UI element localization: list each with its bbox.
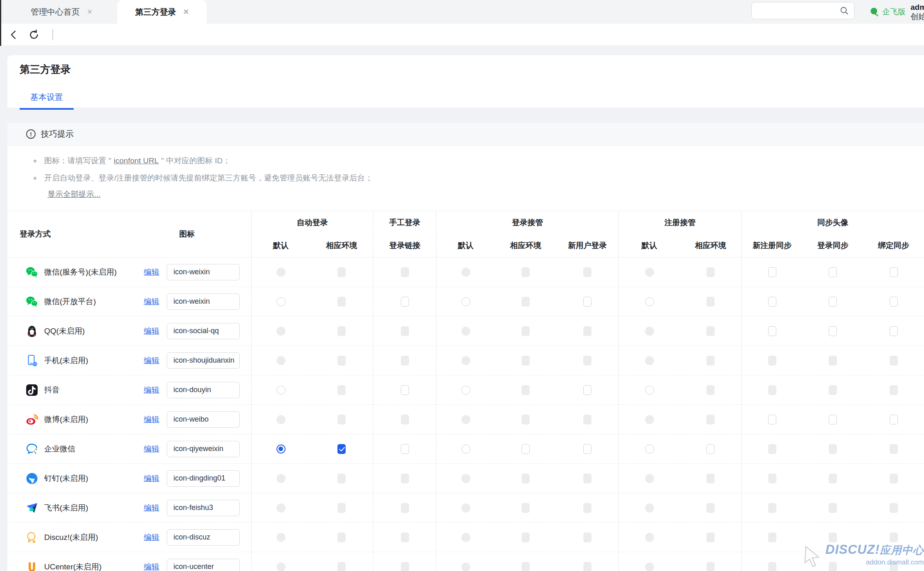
icon-id-input[interactable] xyxy=(167,411,240,428)
icon-id-input[interactable] xyxy=(167,293,240,310)
edit-link[interactable]: 编辑 xyxy=(144,532,160,543)
icon-id-input[interactable] xyxy=(167,470,240,487)
tab-admin-home[interactable]: 管理中心首页 × xyxy=(22,0,101,24)
login-takeover-newuser-checkbox[interactable] xyxy=(583,297,591,307)
sync-avatar-newreg-checkbox[interactable] xyxy=(768,267,776,277)
sync-avatar-bind-checkbox[interactable] xyxy=(890,297,898,307)
edit-link[interactable]: 编辑 xyxy=(144,473,160,484)
control-cell xyxy=(618,346,680,375)
auto-login-default-radio[interactable] xyxy=(277,386,286,395)
register-takeover-env-checkbox[interactable] xyxy=(706,444,715,454)
edit-link[interactable]: 编辑 xyxy=(144,385,160,395)
sync-avatar-login-checkbox[interactable] xyxy=(829,415,837,424)
login-takeover-default-radio[interactable] xyxy=(461,386,470,395)
sync-avatar-newreg-checkbox[interactable] xyxy=(768,326,776,336)
user-block[interactable]: admin 创始人 xyxy=(911,2,924,21)
login-takeover-newuser-checkbox xyxy=(583,503,591,513)
username: admin xyxy=(911,2,924,12)
control-cell xyxy=(251,257,310,287)
control-cell xyxy=(803,316,863,345)
login-takeover-newuser-checkbox[interactable] xyxy=(583,385,591,395)
login-takeover-env-checkbox[interactable] xyxy=(522,444,530,454)
control-cell xyxy=(863,257,924,287)
auto-login-default-radio xyxy=(277,327,286,336)
version-badge[interactable]: 企飞版 xyxy=(870,7,906,17)
control-cell xyxy=(436,405,495,434)
auto-login-default-radio xyxy=(277,356,286,365)
manual-login-link-checkbox[interactable] xyxy=(401,444,409,454)
icon-id-input[interactable] xyxy=(167,441,240,457)
auto-login-default-radio xyxy=(277,415,286,424)
sync-avatar-login-checkbox[interactable] xyxy=(829,267,837,277)
tip-text: 图标：请填写设置 " xyxy=(44,156,111,166)
control-cell xyxy=(495,375,556,404)
control-cell xyxy=(556,464,618,493)
search-input[interactable] xyxy=(751,2,854,19)
tab-close-icon[interactable]: × xyxy=(87,7,92,16)
icon-id-input[interactable] xyxy=(167,529,240,546)
table-row: 手机(未启用) 编辑 xyxy=(7,346,924,375)
manual-login-link-checkbox[interactable] xyxy=(401,385,409,395)
login-takeover-default-radio[interactable] xyxy=(461,297,470,306)
sync-avatar-bind-checkbox[interactable] xyxy=(890,415,898,424)
login-takeover-newuser-checkbox[interactable] xyxy=(583,444,591,454)
edit-link[interactable]: 编辑 xyxy=(144,326,160,336)
icon-id-input[interactable] xyxy=(167,323,240,339)
auto-login-default-radio[interactable] xyxy=(277,297,286,306)
sync-avatar-bind-checkbox[interactable] xyxy=(890,267,898,277)
sync-avatar-login-checkbox[interactable] xyxy=(829,326,837,336)
register-takeover-default-radio[interactable] xyxy=(645,297,654,306)
login-method-name: 微信(服务号)(未启用) xyxy=(44,267,117,278)
feishu-icon xyxy=(25,501,38,515)
edit-link[interactable]: 编辑 xyxy=(144,296,160,307)
icon-id-input[interactable] xyxy=(167,559,240,571)
tab-close-icon[interactable]: × xyxy=(184,7,189,16)
control-cell xyxy=(310,316,373,345)
tab-basic-settings[interactable]: 基本设置 xyxy=(20,92,74,110)
icon-id-cell xyxy=(167,405,251,434)
table-row: 微信(开放平台) 编辑 xyxy=(7,287,924,316)
edit-cell: 编辑 xyxy=(136,346,167,375)
login-takeover-env-checkbox xyxy=(522,474,530,483)
edit-link[interactable]: 编辑 xyxy=(144,503,160,513)
show-all-tips-link[interactable]: 显示全部提示... xyxy=(47,189,101,200)
sync-avatar-login-checkbox[interactable] xyxy=(829,297,837,307)
bullet-dot-icon xyxy=(34,177,36,180)
iconfont-url-link[interactable]: iconfont URL xyxy=(114,156,159,165)
edit-link[interactable]: 编辑 xyxy=(144,267,160,278)
login-takeover-default-radio[interactable] xyxy=(461,445,470,454)
icon-id-input[interactable] xyxy=(167,264,240,280)
sync-avatar-newreg-checkbox xyxy=(768,503,776,513)
control-cell xyxy=(863,405,924,434)
sync-avatar-newreg-checkbox[interactable] xyxy=(768,297,776,307)
control-cell xyxy=(741,375,803,404)
control-cell xyxy=(251,287,310,316)
sync-avatar-bind-checkbox[interactable] xyxy=(890,326,898,336)
login-method-name: UCenter(未启用) xyxy=(44,562,101,571)
register-takeover-default-radio[interactable] xyxy=(645,386,654,395)
icon-id-cell xyxy=(167,523,251,552)
refresh-icon[interactable] xyxy=(29,29,39,40)
register-takeover-default-radio[interactable] xyxy=(645,445,654,454)
wechat-icon xyxy=(25,295,38,308)
icon-id-input[interactable] xyxy=(167,500,240,516)
auto-login-env-checkbox[interactable] xyxy=(337,444,346,454)
login-takeover-default-radio xyxy=(461,533,470,542)
control-cell xyxy=(495,493,556,522)
icon-id-input[interactable] xyxy=(167,352,240,369)
icon-id-input[interactable] xyxy=(167,382,240,398)
control-cell xyxy=(310,493,373,522)
sync-avatar-newreg-checkbox[interactable] xyxy=(768,415,776,424)
edit-cell: 编辑 xyxy=(136,493,167,522)
edit-link[interactable]: 编辑 xyxy=(144,355,160,366)
edit-link[interactable]: 编辑 xyxy=(144,444,160,454)
weibo-icon xyxy=(25,413,38,426)
control-cell xyxy=(803,523,863,552)
tab-third-party-login[interactable]: 第三方登录 × xyxy=(117,0,207,24)
manual-login-link-checkbox[interactable] xyxy=(401,297,409,307)
login-takeover-newuser-checkbox xyxy=(583,356,591,366)
edit-link[interactable]: 编辑 xyxy=(144,414,160,425)
edit-link[interactable]: 编辑 xyxy=(144,562,160,571)
auto-login-default-radio[interactable] xyxy=(277,445,286,454)
back-icon[interactable] xyxy=(8,29,19,40)
